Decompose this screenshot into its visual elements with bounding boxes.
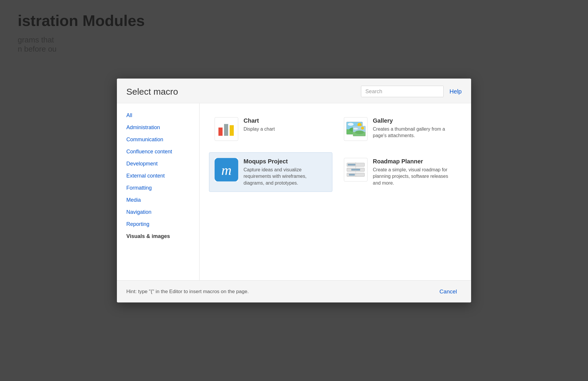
modal-header: Select macro Help <box>117 79 471 104</box>
cancel-button[interactable]: Cancel <box>435 286 462 297</box>
sidebar-item-navigation[interactable]: Navigation <box>117 206 199 218</box>
macro-card-gallery[interactable]: Gallery Creates a thumbnail gallery from… <box>338 112 462 147</box>
sidebar-item-development[interactable]: Development <box>117 158 199 170</box>
svg-rect-0 <box>218 128 223 136</box>
gallery-icon <box>344 117 368 141</box>
modal-header-right: Help <box>361 86 462 97</box>
chart-macro-info: Chart Display a chart <box>244 117 327 132</box>
svg-rect-20 <box>349 174 355 176</box>
moqups-macro-name: Moqups Project <box>244 158 327 165</box>
sidebar-item-administration[interactable]: Administration <box>117 121 199 134</box>
macro-card-moqups[interactable]: m Moqups Project Capture ideas and visua… <box>209 152 332 192</box>
chart-icon <box>215 117 238 141</box>
svg-point-14 <box>355 131 364 134</box>
sidebar: All Administration Communication Conflue… <box>117 104 200 280</box>
sidebar-item-media[interactable]: Media <box>117 194 199 206</box>
moqups-logo: m <box>215 158 238 182</box>
roadmap-macro-desc: Create a simple, visual roadmap for plan… <box>373 167 456 186</box>
gallery-macro-name: Gallery <box>373 117 456 124</box>
moqups-macro-desc: Capture ideas and visualize requirements… <box>244 167 327 186</box>
sidebar-item-formatting[interactable]: Formatting <box>117 182 199 194</box>
sidebar-item-confluence-content[interactable]: Confluence content <box>117 146 199 158</box>
chart-macro-name: Chart <box>244 117 327 124</box>
select-macro-modal: Select macro Help All Administration Com… <box>117 79 471 303</box>
macro-card-chart[interactable]: Chart Display a chart <box>209 112 332 147</box>
svg-rect-1 <box>224 124 228 136</box>
modal-body: All Administration Communication Conflue… <box>117 104 471 280</box>
moqups-icon: m <box>215 158 238 182</box>
roadmap-macro-info: Roadmap Planner Create a simple, visual … <box>373 158 456 186</box>
svg-point-12 <box>353 128 358 130</box>
svg-point-6 <box>348 123 354 126</box>
moqups-macro-info: Moqups Project Capture ideas and visuali… <box>244 158 327 186</box>
sidebar-item-visuals-images[interactable]: Visuals & images <box>117 230 199 242</box>
macro-content-area: Chart Display a chart <box>200 104 471 280</box>
chart-macro-desc: Display a chart <box>244 126 327 132</box>
modal-footer: Hint: type "{" in the Editor to insert m… <box>117 280 471 303</box>
svg-point-11 <box>361 127 364 130</box>
sidebar-item-all[interactable]: All <box>117 109 199 121</box>
help-link[interactable]: Help <box>450 88 462 95</box>
svg-rect-2 <box>230 125 234 136</box>
gallery-macro-info: Gallery Creates a thumbnail gallery from… <box>373 117 456 139</box>
sidebar-item-reporting[interactable]: Reporting <box>117 218 199 230</box>
gallery-macro-desc: Creates a thumbnail gallery from a page'… <box>373 126 456 139</box>
sidebar-item-communication[interactable]: Communication <box>117 134 199 146</box>
modal-title: Select macro <box>126 86 178 96</box>
roadmap-icon <box>344 158 368 182</box>
roadmap-macro-name: Roadmap Planner <box>373 158 456 165</box>
macro-card-roadmap[interactable]: Roadmap Planner Create a simple, visual … <box>338 152 462 192</box>
hint-text: Hint: type "{" in the Editor to insert m… <box>126 289 249 295</box>
sidebar-item-external-content[interactable]: External content <box>117 170 199 182</box>
svg-rect-18 <box>348 164 355 166</box>
search-input[interactable] <box>361 86 444 97</box>
